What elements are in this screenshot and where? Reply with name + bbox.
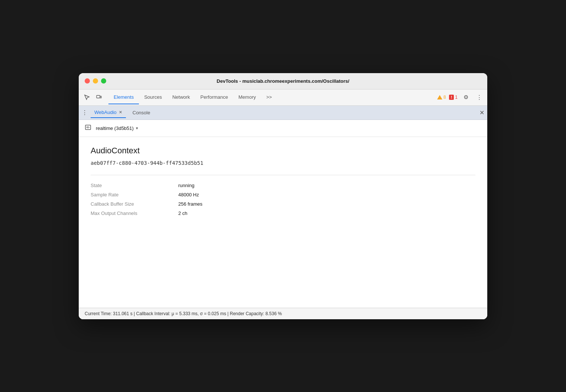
svg-rect-1 (100, 96, 101, 98)
audio-context-id: aeb07ff7-c880-4703-944b-ff47533d5b51 (91, 160, 475, 166)
subtoolbar: ⋮ WebAudio ✕ Console ✕ (79, 106, 487, 120)
tab-performance[interactable]: Performance (195, 91, 233, 104)
toolbar-right: 8 ! 1 ⚙ ⋮ (437, 92, 484, 102)
maximize-button[interactable] (101, 78, 106, 84)
subtab-webaudio-label: WebAudio (94, 110, 117, 115)
subtoolbar-more-icon[interactable]: ⋮ (82, 109, 88, 116)
max-output-label: Max Output Channels (91, 210, 172, 216)
close-panel-icon[interactable]: ✕ (479, 109, 484, 116)
tab-more[interactable]: >> (261, 91, 277, 104)
subtab-webaudio[interactable]: WebAudio ✕ (91, 107, 126, 118)
state-label: State (91, 183, 172, 188)
select-element-button[interactable] (82, 92, 92, 102)
toolbar-icons (82, 92, 104, 102)
more-options-button[interactable]: ⋮ (474, 92, 484, 102)
subtab-console[interactable]: Console (129, 108, 154, 118)
title-bar: DevTools - musiclab.chromeexperiments.co… (79, 73, 487, 89)
state-value: running (178, 183, 475, 188)
error-count: 1 (455, 95, 458, 100)
status-bar-text: Current Time: 311.061 s | Callback Inter… (85, 311, 282, 316)
tab-network[interactable]: Network (167, 91, 195, 104)
content-area: realtime (3d5b51) ▾ AudioContext aeb07ff… (79, 120, 487, 319)
traffic-lights (85, 78, 106, 84)
warning-icon (437, 95, 442, 99)
audio-icon (85, 124, 92, 133)
properties-grid: State running Sample Rate 48000 Hz Callb… (91, 183, 475, 216)
window-title: DevTools - musiclab.chromeexperiments.co… (217, 78, 349, 84)
dropdown-arrow-icon: ▾ (136, 126, 138, 131)
callback-buffer-value: 256 frames (178, 201, 475, 207)
device-toolbar-button[interactable] (94, 92, 104, 102)
tab-elements[interactable]: Elements (108, 91, 139, 104)
subtab-close-icon[interactable]: ✕ (119, 110, 122, 115)
warning-badge: 8 (437, 95, 446, 100)
settings-button[interactable]: ⚙ (461, 92, 471, 102)
main-content: AudioContext aeb07ff7-c880-4703-944b-ff4… (79, 137, 487, 308)
status-bar: Current Time: 311.061 s | Callback Inter… (79, 308, 487, 319)
close-button[interactable] (85, 78, 90, 84)
context-selector[interactable]: realtime (3d5b51) ▾ (96, 125, 138, 131)
audio-context-title: AudioContext (91, 146, 475, 156)
sample-rate-value: 48000 Hz (178, 192, 475, 197)
callback-buffer-label: Callback Buffer Size (91, 201, 172, 207)
tab-sources[interactable]: Sources (139, 91, 167, 104)
divider (91, 175, 475, 175)
svg-rect-0 (97, 95, 100, 98)
tab-memory[interactable]: Memory (233, 91, 261, 104)
sample-rate-label: Sample Rate (91, 192, 172, 197)
max-output-value: 2 ch (178, 210, 475, 216)
nav-tabs: Elements Sources Network Performance Mem… (108, 91, 436, 104)
context-selector-label: realtime (3d5b51) (96, 125, 134, 131)
warning-count: 8 (443, 95, 446, 100)
minimize-button[interactable] (93, 78, 98, 84)
main-toolbar: Elements Sources Network Performance Mem… (79, 89, 487, 106)
devtools-window: DevTools - musiclab.chromeexperiments.co… (79, 73, 487, 319)
content-header: realtime (3d5b51) ▾ (79, 120, 487, 137)
error-icon: ! (449, 95, 454, 100)
error-badge: ! 1 (449, 95, 458, 100)
